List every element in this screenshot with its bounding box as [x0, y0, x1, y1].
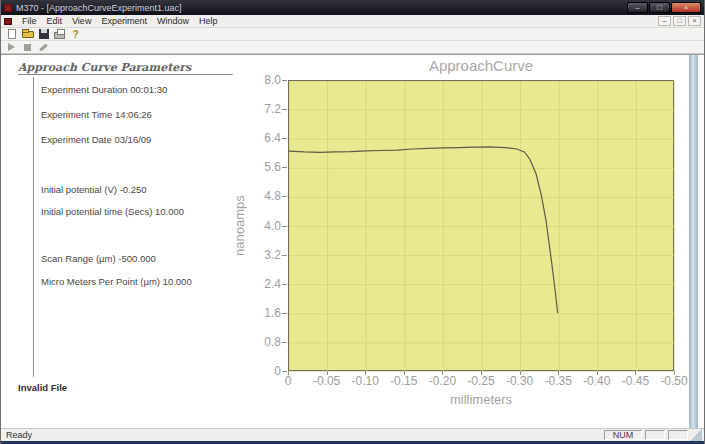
document-icon — [4, 18, 12, 25]
x-axis-tick-label: -0.25 — [459, 374, 503, 388]
window-controls: – □ × — [626, 2, 701, 13]
new-file-button[interactable] — [4, 29, 19, 40]
y-axis-tick-label: 4.0 — [247, 219, 281, 233]
y-axis-tick-mark — [282, 284, 287, 285]
y-axis-tick-label: 5.6 — [247, 160, 281, 174]
printer-icon — [54, 32, 65, 39]
stop-icon — [24, 44, 31, 51]
pen-icon — [39, 43, 48, 51]
x-axis-tick-label: -0.05 — [305, 374, 349, 388]
x-axis-tick-label: -0.50 — [652, 374, 696, 388]
document-area: Approach Curve Parameters Experiment Dur… — [1, 54, 705, 428]
x-axis-tick-mark — [481, 371, 482, 375]
x-axis-tick-mark — [674, 371, 675, 375]
x-axis-tick-label: -0.30 — [498, 374, 542, 388]
x-axis-tick-mark — [404, 371, 405, 375]
maximize-button[interactable]: □ — [649, 2, 670, 13]
param-experiment-duration: Experiment Duration 00:01:30 — [41, 84, 167, 95]
x-axis-tick-label: -0.15 — [382, 374, 426, 388]
title-bar: M370 - [ApproachCurveExperiment1.uac] – … — [1, 0, 704, 15]
save-button[interactable] — [36, 29, 51, 40]
param-microns-per-point: Micro Meters Per Point (µm) 10.000 — [41, 276, 192, 287]
minimize-button[interactable]: – — [627, 2, 648, 13]
play-icon — [8, 43, 15, 51]
menu-experiment[interactable]: Experiment — [96, 16, 152, 26]
num-lock-indicator: NUM — [604, 430, 642, 440]
x-axis-tick-mark — [365, 371, 366, 375]
print-button[interactable] — [52, 29, 67, 40]
param-initial-potential-time: Initial potential time (Secs) 10.000 — [41, 206, 184, 217]
save-floppy-icon — [39, 29, 49, 39]
x-axis-tick-label: -0.40 — [575, 374, 619, 388]
menu-help[interactable]: Help — [194, 16, 223, 26]
new-file-icon — [8, 29, 16, 39]
app-window: M370 - [ApproachCurveExperiment1.uac] – … — [0, 0, 705, 444]
x-axis-tick-label: -0.45 — [613, 374, 657, 388]
resize-grip[interactable] — [690, 429, 702, 441]
y-axis-tick-label: 3.2 — [247, 248, 281, 262]
experiment-toolbar — [1, 41, 704, 54]
x-axis-tick-mark — [520, 371, 521, 375]
x-axis-tick-mark — [558, 371, 559, 375]
x-axis-tick-mark — [442, 371, 443, 375]
menu-view[interactable]: View — [67, 16, 96, 26]
vertical-scrollbar[interactable] — [689, 55, 698, 429]
x-axis-tick-label: -0.35 — [536, 374, 580, 388]
run-experiment-button[interactable] — [4, 42, 19, 53]
x-axis-tick-label: 0 — [266, 374, 310, 388]
param-experiment-date: Experiment Date 03/16/09 — [41, 134, 151, 145]
y-axis-tick-label: 1.6 — [247, 306, 281, 320]
status-message: Ready — [3, 430, 32, 440]
menu-edit[interactable]: Edit — [42, 16, 68, 26]
y-axis-tick-mark — [282, 138, 287, 139]
y-axis-tick-mark — [282, 80, 287, 81]
stop-experiment-button[interactable] — [20, 42, 35, 53]
open-file-button[interactable] — [20, 29, 35, 40]
help-question-icon: ? — [72, 29, 78, 40]
y-axis-tick-mark — [282, 167, 287, 168]
x-axis-tick-mark — [288, 371, 289, 375]
mdi-restore-button[interactable]: □ — [673, 16, 686, 26]
invalid-file-label: Invalid File — [18, 382, 67, 393]
y-axis-tick-mark — [282, 109, 287, 110]
mdi-minimize-button[interactable]: – — [658, 16, 671, 26]
y-axis-tick-mark — [282, 255, 287, 256]
y-axis-tick-label: 2.4 — [247, 277, 281, 291]
annotate-button[interactable] — [36, 42, 51, 53]
menu-file[interactable]: File — [17, 16, 42, 26]
mdi-window-controls: – □ × — [656, 16, 701, 26]
open-folder-icon — [22, 31, 34, 38]
close-button[interactable]: × — [671, 2, 701, 13]
y-axis-tick-mark — [282, 226, 287, 227]
x-axis-tick-mark — [597, 371, 598, 375]
x-axis-tick-label: -0.10 — [343, 374, 387, 388]
app-icon — [4, 4, 12, 12]
params-divider — [33, 77, 34, 377]
y-axis-tick-label: 7.2 — [247, 102, 281, 116]
y-axis-tick-mark — [282, 371, 287, 372]
params-header: Approach Curve Parameters — [18, 61, 233, 75]
status-bar: Ready NUM — [1, 428, 704, 441]
y-axis-tick-mark — [282, 313, 287, 314]
standard-toolbar: ? — [1, 28, 704, 41]
x-axis-label: millimeters — [288, 392, 674, 407]
y-axis-label: nanoamps — [232, 156, 248, 296]
status-pane — [668, 430, 688, 440]
chart-title: ApproachCurve — [288, 57, 674, 74]
x-axis-tick-label: -0.20 — [420, 374, 464, 388]
window-title: M370 - [ApproachCurveExperiment1.uac] — [16, 3, 182, 13]
y-axis-tick-label: 4.8 — [247, 189, 281, 203]
menu-bar: File Edit View Experiment Window Help – … — [1, 15, 704, 28]
y-axis-tick-mark — [282, 196, 287, 197]
menu-window[interactable]: Window — [152, 16, 194, 26]
help-button[interactable]: ? — [68, 29, 83, 40]
param-scan-range: Scan Range (µm) -500.000 — [41, 253, 156, 264]
approach-curve-plot — [289, 81, 675, 372]
y-axis-tick-label: 0.8 — [247, 335, 281, 349]
chart-plot-area — [288, 80, 674, 371]
y-axis-tick-label: 8.0 — [247, 73, 281, 87]
y-axis-tick-label: 6.4 — [247, 131, 281, 145]
y-axis-tick-mark — [282, 342, 287, 343]
param-initial-potential: Initial potential (V) -0.250 — [41, 184, 147, 195]
mdi-close-button[interactable]: × — [688, 16, 701, 26]
